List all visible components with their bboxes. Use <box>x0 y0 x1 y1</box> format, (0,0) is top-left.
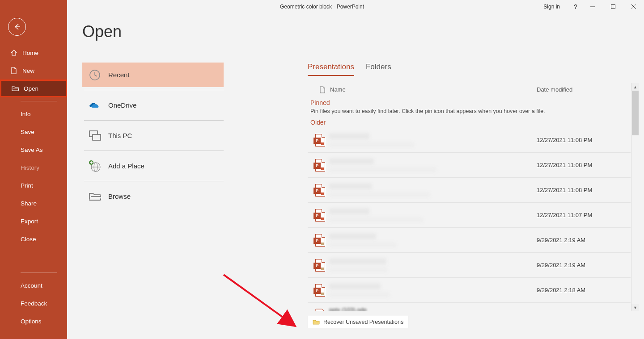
file-date: 9/29/2021 2:19 AM <box>537 237 631 243</box>
browse-icon <box>88 189 102 204</box>
file-row[interactable]: P 9/29/2021 2:19 AM <box>308 228 631 253</box>
tab-presentations[interactable]: Presentations <box>308 63 354 76</box>
open-sources-list: Recent OneDrive This PC Add a Place Brow… <box>82 63 224 209</box>
file-path-redacted <box>329 192 430 197</box>
sidebar-label: Save <box>21 129 34 135</box>
thispc-icon <box>88 129 102 143</box>
sidebar-label: Share <box>21 200 37 207</box>
source-onedrive[interactable]: OneDrive <box>82 93 224 117</box>
file-info <box>329 158 537 172</box>
tab-folders[interactable]: Folders <box>366 63 391 76</box>
source-recent[interactable]: Recent <box>82 63 224 87</box>
sidebar-label: Export <box>21 218 38 225</box>
file-date: 9/29/2021 2:18 AM <box>537 287 631 293</box>
titlebar: Geometric color block - PowerPoint Sign … <box>0 0 644 13</box>
file-path-redacted <box>329 217 423 222</box>
pinned-help-text: Pin files you want to easily find later.… <box>310 108 631 114</box>
file-icon-column <box>315 86 330 93</box>
sidebar-item-account[interactable]: Account <box>0 276 67 294</box>
file-name-redacted <box>329 258 386 264</box>
minimize-button[interactable] <box>582 0 603 13</box>
scroll-up-arrow[interactable]: ▲ <box>631 83 639 91</box>
file-row[interactable]: P 9/29/2021 2:18 AM <box>308 278 631 303</box>
file-row[interactable]: P 12/27/2021 11:08 PM <box>308 128 631 153</box>
file-row-partial[interactable]: pptx (103).odp <box>308 303 631 311</box>
pptx-icon: P <box>309 184 329 197</box>
file-name-redacted <box>329 133 369 139</box>
sidebar-label: History <box>21 164 39 171</box>
signin-link[interactable]: Sign in <box>543 4 560 10</box>
sidebar-item-save[interactable]: Save <box>0 123 67 141</box>
source-divider <box>84 90 224 90</box>
sidebar-item-options[interactable]: Options <box>0 312 67 330</box>
file-date: 12/27/2021 11:08 PM <box>537 187 631 193</box>
recover-unsaved-button[interactable]: Recover Unsaved Presentations <box>308 316 408 328</box>
file-path-redacted <box>329 267 387 272</box>
file-info <box>329 233 537 247</box>
vertical-scrollbar[interactable]: ▲ ▼ <box>631 83 639 311</box>
sidebar-item-open[interactable]: Open <box>0 80 67 97</box>
source-label: OneDrive <box>108 101 136 109</box>
file-row[interactable]: P 12/27/2021 11:07 PM <box>308 203 631 228</box>
sidebar-label: Open <box>24 85 38 92</box>
scroll-thumb[interactable] <box>632 91 639 135</box>
sidebar-divider <box>21 101 57 101</box>
source-label: Add a Place <box>108 162 144 170</box>
back-button[interactable] <box>8 18 26 36</box>
list-header: Name Date modified <box>308 83 631 96</box>
maximize-button[interactable] <box>603 0 623 13</box>
sidebar-item-info[interactable]: Info <box>0 105 67 123</box>
sidebar-item-export[interactable]: Export <box>0 212 67 230</box>
file-path-redacted <box>329 292 390 297</box>
svg-rect-1 <box>611 5 615 9</box>
sidebar-label: Save As <box>21 146 43 153</box>
sidebar-item-new[interactable]: New <box>0 62 67 80</box>
sidebar-divider <box>21 272 57 273</box>
folder-icon <box>313 319 320 325</box>
sidebar-label: Options <box>21 318 42 325</box>
column-date[interactable]: Date modified <box>537 86 631 93</box>
scroll-down-arrow[interactable]: ▼ <box>631 304 639 311</box>
backstage-sidebar: Home New Open Info Save Save As History … <box>0 0 67 339</box>
close-button[interactable] <box>623 0 644 13</box>
sidebar-item-share[interactable]: Share <box>0 194 67 212</box>
file-date: 9/29/2021 2:19 AM <box>537 262 631 268</box>
column-name[interactable]: Name <box>330 86 537 93</box>
sidebar-item-history: History <box>0 159 67 176</box>
sidebar-item-saveas[interactable]: Save As <box>0 141 67 159</box>
file-info <box>329 208 537 222</box>
new-icon <box>10 67 18 74</box>
sidebar-label: Close <box>21 236 36 243</box>
sidebar-item-home[interactable]: Home <box>0 44 67 62</box>
file-row[interactable]: P 12/27/2021 11:08 PM <box>308 153 631 178</box>
open-icon <box>11 85 19 92</box>
main-panel: Open Recent OneDrive This PC Add a Place… <box>67 13 644 339</box>
source-browse[interactable]: Browse <box>82 184 224 209</box>
file-row[interactable]: P 12/27/2021 11:08 PM <box>308 178 631 203</box>
help-button[interactable]: ? <box>569 0 582 13</box>
file-date: 12/27/2021 11:07 PM <box>537 212 631 218</box>
file-name-redacted <box>329 158 374 164</box>
file-date: 12/27/2021 11:08 PM <box>537 162 631 168</box>
source-label: This PC <box>108 132 132 139</box>
sidebar-label: Print <box>21 182 33 189</box>
file-panel: Presentations Folders Name Date modified… <box>241 63 639 334</box>
pptx-icon: P <box>309 284 329 297</box>
sidebar-label: Feedback <box>21 300 47 307</box>
source-divider <box>84 181 224 181</box>
pptx-icon <box>309 305 329 311</box>
recent-icon <box>88 68 102 82</box>
onedrive-icon <box>88 98 102 113</box>
sidebar-item-print[interactable]: Print <box>0 176 67 194</box>
source-thispc[interactable]: This PC <box>82 123 224 148</box>
source-addplace[interactable]: Add a Place <box>82 154 224 178</box>
section-pinned: Pinned <box>310 99 631 106</box>
source-divider <box>84 120 224 121</box>
file-row[interactable]: P 9/29/2021 2:19 AM <box>308 253 631 278</box>
file-info <box>329 133 537 147</box>
svg-rect-7 <box>93 134 101 140</box>
sidebar-item-feedback[interactable]: Feedback <box>0 294 67 312</box>
sidebar-item-close[interactable]: Close <box>0 230 67 248</box>
pptx-icon: P <box>309 234 329 247</box>
sidebar-label: Info <box>21 111 31 117</box>
